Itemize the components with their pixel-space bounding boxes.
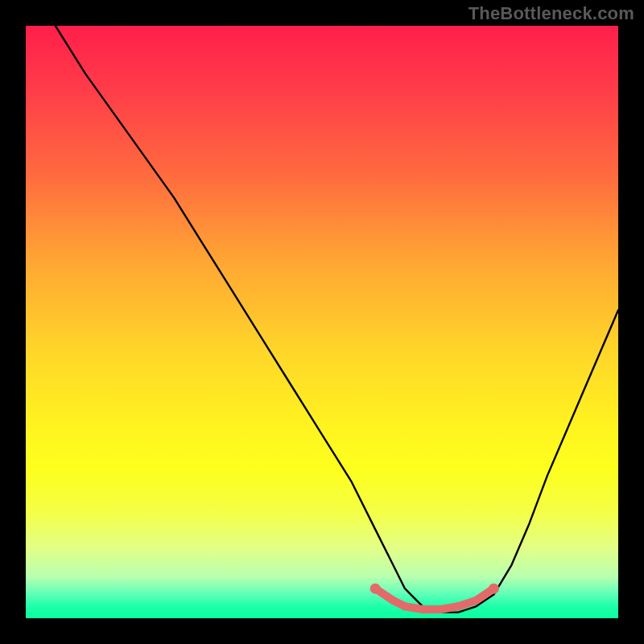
highlight-dot [401,602,409,610]
highlight-dot [389,597,397,605]
highlight-dot [489,584,499,594]
highlight-dot [472,597,480,605]
bottleneck-curve [56,26,618,613]
highlight-dot [436,605,444,613]
watermark-text: TheBottleneck.com [469,3,634,24]
highlight-dot [370,584,381,594]
highlight-dots [370,584,499,613]
highlight-dot [454,602,462,610]
main-curve [56,26,618,613]
highlight-dot [419,605,427,613]
plot-area [26,26,618,618]
curve-layer [26,26,618,618]
chart-container: TheBottleneck.com [0,0,644,644]
